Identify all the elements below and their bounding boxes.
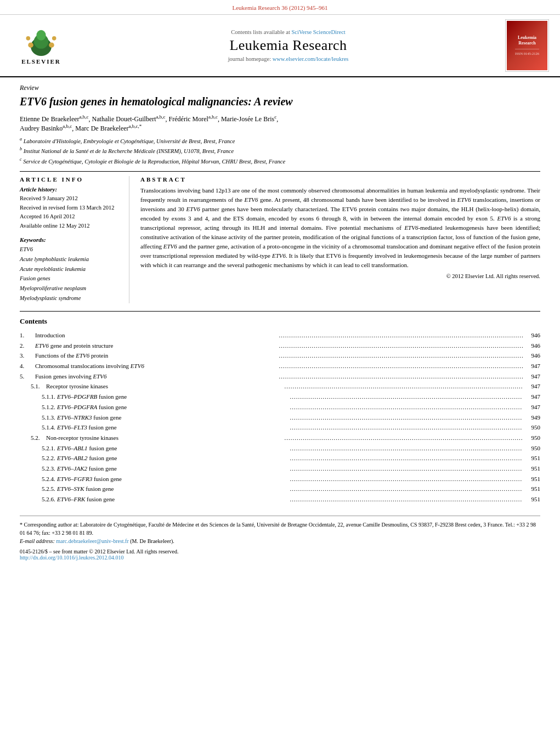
copyright-line: © 2012 Elsevier Ltd. All rights reserved… xyxy=(140,273,540,279)
toc-list: 1. Introduction ........................… xyxy=(20,330,540,505)
journal-title: Leukemia Research xyxy=(77,37,500,54)
journal-center-info: Contents lists available at SciVerse Sci… xyxy=(71,29,505,62)
keywords-section: Keywords: ETV6 Acute lymphoblastic leuke… xyxy=(20,236,120,303)
history-heading: Article history: xyxy=(20,186,120,193)
keywords-heading: Keywords: xyxy=(20,236,120,243)
toc-item-5-1-1: 5.1.1. ETV6–PDGFRB fusion gene .........… xyxy=(20,392,540,402)
keyword-mpn: Myeloproliferative neoplasm xyxy=(20,284,120,293)
journal-cover-image: Leukemia Research ISSN 0145-2126 xyxy=(505,19,549,72)
toc-item-3: 3. Functions of the ETV6 protein .......… xyxy=(20,350,540,361)
page: Leukemia Research 36 (2012) 945–961 ELSE… xyxy=(0,0,560,741)
revised-date: Received in revised form 13 March 2012 xyxy=(20,203,120,213)
keyword-mds: Myelodysplastic syndrome xyxy=(20,293,120,303)
article-type: Review xyxy=(20,84,540,92)
keyword-etv6: ETV6 xyxy=(20,245,120,254)
contents-heading: Contents xyxy=(20,317,540,326)
footer-section: * Corresponding author at: Laboratoire d… xyxy=(20,516,540,561)
toc-item-5-2: 5.2. Non-receptor tyrosine kinases .....… xyxy=(20,433,540,443)
sciverse-line: Contents lists available at SciVerse Sci… xyxy=(77,29,500,35)
journal-homepage: journal homepage: www.elsevier.com/locat… xyxy=(77,56,500,62)
elsevier-tree-icon xyxy=(16,27,66,57)
contents-section: Contents 1. Introduction ...............… xyxy=(20,311,540,505)
doi-link[interactable]: http://dx.doi.org/10.1016/j.leukres.2012… xyxy=(20,555,124,561)
keyword-fusion: Fusion genes xyxy=(20,274,120,284)
affiliation-c: c Service de Cytogénétique, Cytologie et… xyxy=(20,156,540,166)
toc-item-5-2-1: 5.2.1. ETV6–ABL1 fusion gene ...........… xyxy=(20,443,540,454)
toc-item-5-2-5: 5.2.5. ETV6–SYK fusion gene ............… xyxy=(20,484,540,494)
elsevier-logo: ELSEVIER xyxy=(11,27,71,65)
toc-item-1: 1. Introduction ........................… xyxy=(20,330,540,341)
svg-point-7 xyxy=(52,36,56,41)
top-banner: Leukemia Research 36 (2012) 945–961 xyxy=(0,0,560,15)
footer-issn: 0145-2126/$ – see front matter © 2012 El… xyxy=(20,548,540,561)
toc-item-5: 5. Fusion genes involving ETV6 .........… xyxy=(20,371,540,382)
toc-item-2: 2. ETV6 gene and protein structure .....… xyxy=(20,341,540,351)
affiliation-b: b Institut National de la Santé et de la… xyxy=(20,146,540,155)
affiliation-a: a Laboratoire d'Histologie, Embryologie … xyxy=(20,136,540,145)
svg-point-3 xyxy=(36,30,46,40)
toc-item-5-2-6: 5.2.6. ETV6–FRK fusion gene ............… xyxy=(20,494,540,505)
article-title: ETV6 fusion genes in hematological malig… xyxy=(20,94,540,109)
journal-header: ELSEVIER Contents lists available at Sci… xyxy=(0,15,560,77)
two-column-section: ARTICLE INFO Article history: Received 9… xyxy=(20,176,540,303)
homepage-link[interactable]: www.elsevier.com/locate/leukres xyxy=(273,56,349,62)
svg-point-5 xyxy=(49,42,54,47)
keyword-aml: Acute myeloblastic leukemia xyxy=(20,264,120,274)
toc-item-5-1-3: 5.1.3. ETV6–NTRK3 fusion gene ..........… xyxy=(20,412,540,423)
available-date: Available online 12 May 2012 xyxy=(20,222,120,231)
toc-item-5-2-2: 5.2.2. ETV6–ABL2 fusion gene ...........… xyxy=(20,453,540,463)
affiliations: a Laboratoire d'Histologie, Embryologie … xyxy=(20,136,540,166)
elsevier-wordmark: ELSEVIER xyxy=(21,58,61,65)
abstract-label: ABSTRACT xyxy=(140,176,540,183)
article-info-label: ARTICLE INFO xyxy=(20,176,120,183)
toc-item-4: 4. Chromosomal translocations involving … xyxy=(20,361,540,371)
toc-item-5-1: 5.1. Receptor tyrosine kinases .........… xyxy=(20,381,540,392)
accepted-date: Accepted 16 April 2012 xyxy=(20,212,120,222)
toc-item-5-2-4: 5.2.4. ETV6–FGFR3 fusion gene ..........… xyxy=(20,474,540,484)
svg-point-6 xyxy=(26,36,31,41)
footnote-text: * Corresponding author at: Laboratoire d… xyxy=(20,521,540,545)
history-block: Article history: Received 9 January 2012… xyxy=(20,186,120,231)
journal-citation: Leukemia Research 36 (2012) 945–961 xyxy=(232,4,327,11)
sciverse-link[interactable]: SciVerse ScienceDirect xyxy=(291,29,345,35)
svg-point-4 xyxy=(28,42,33,47)
toc-item-5-1-4: 5.1.4. ETV6–FLT3 fusion gene ...........… xyxy=(20,422,540,433)
article-info-column: ARTICLE INFO Article history: Received 9… xyxy=(20,176,129,303)
authors-line: Etienne De Braekeleera,b,c, Nathalie Dou… xyxy=(20,114,540,133)
email-link[interactable]: marc.debraekeleer@univ-brest.fr xyxy=(56,538,128,544)
abstract-column: ABSTRACT Translocations involving band 1… xyxy=(140,176,540,303)
section-divider xyxy=(20,171,540,172)
toc-item-5-2-3: 5.2.3. ETV6–JAK2 fusion gene ...........… xyxy=(20,463,540,474)
received-date: Received 9 January 2012 xyxy=(20,194,120,203)
keyword-all: Acute lymphoblastic leukemia xyxy=(20,254,120,264)
abstract-text: Translocations involving band 12p13 are … xyxy=(140,186,540,270)
toc-item-5-1-2: 5.1.2. ETV6–PDGFRA fusion gene .........… xyxy=(20,402,540,412)
main-content: Review ETV6 fusion genes in hematologica… xyxy=(0,77,560,569)
